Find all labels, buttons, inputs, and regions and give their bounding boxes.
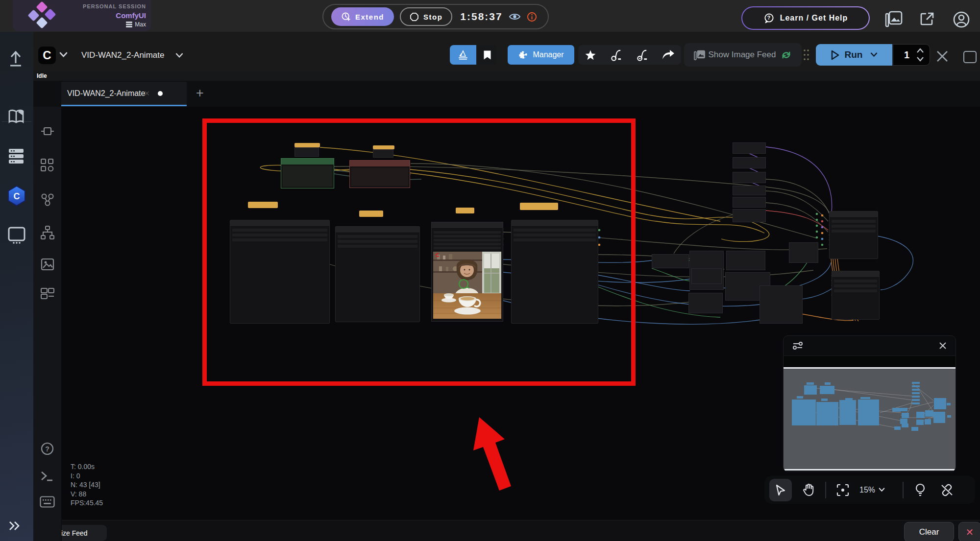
- cluster-node[interactable]: [652, 254, 689, 268]
- minimap-panel[interactable]: [783, 335, 956, 472]
- workflow-chevron-down-icon[interactable]: [175, 53, 183, 58]
- menu-chevron-down-icon[interactable]: [59, 52, 68, 58]
- pan-tool-button[interactable]: [799, 479, 818, 501]
- svg-text:?: ?: [767, 15, 770, 21]
- cluster-node[interactable]: [726, 251, 765, 270]
- zoom-level-dropdown[interactable]: 15%: [859, 486, 885, 494]
- run-button[interactable]: Run: [816, 44, 892, 66]
- logo-diamond-pink: [36, 1, 48, 13]
- workflows-tree-icon[interactable]: [40, 225, 55, 240]
- zoom-level-value: 15%: [859, 486, 875, 494]
- session-timer-pill: Extend Stop 1:58:37: [322, 4, 549, 29]
- annotation-rectangle: [202, 118, 636, 386]
- status-strip: Idle: [33, 71, 980, 81]
- canvas-toolbar: 15%: [764, 476, 975, 504]
- comfyui-menu-button[interactable]: C: [38, 47, 56, 64]
- lightbulb-icon: [915, 483, 926, 497]
- stop-render-icon[interactable]: [963, 51, 977, 63]
- server-icon: [126, 22, 132, 27]
- machines-icon[interactable]: [8, 148, 24, 164]
- toolbar-divider: [825, 482, 826, 498]
- status-label: Idle: [37, 72, 47, 79]
- star-icon[interactable]: [585, 49, 596, 61]
- stat-fps: FPS:45.45: [71, 498, 103, 508]
- session-type-label: PERSONAL SESSION: [83, 3, 146, 9]
- stat-time: T: 0.00s: [71, 462, 103, 471]
- batch-count-stepper[interactable]: 1: [893, 44, 930, 66]
- eye-icon[interactable]: [509, 12, 521, 21]
- close-feed-x-icon: ✕: [966, 526, 974, 538]
- workflow-node[interactable]: [829, 211, 878, 259]
- templates-layout-icon[interactable]: [40, 287, 55, 300]
- stop-button[interactable]: Stop: [400, 7, 452, 26]
- stepper-arrows-icon[interactable]: [916, 47, 924, 62]
- link-off-icon: [940, 483, 954, 497]
- workflow-node[interactable]: [832, 271, 880, 320]
- workflow-name-dropdown[interactable]: VID-WAN2_2-Animate: [81, 50, 164, 60]
- logo-diamond-purple: [44, 8, 56, 20]
- cluster-node[interactable]: [789, 242, 818, 263]
- workflow-actions-chip: [578, 45, 681, 65]
- share-icon[interactable]: [662, 49, 675, 60]
- keyboard-shortcuts-icon[interactable]: [40, 496, 55, 508]
- puzzle-icon: [518, 50, 528, 60]
- canvas-theme-button[interactable]: [450, 45, 476, 65]
- app-rail: C: [0, 32, 33, 541]
- minimap-viewport[interactable]: [784, 369, 956, 469]
- batch-count-value: 1: [904, 49, 909, 61]
- comfyui-hexagon-icon[interactable]: C: [7, 186, 26, 206]
- close-feed-button[interactable]: ✕: [958, 522, 980, 541]
- select-tool-button[interactable]: [769, 479, 792, 501]
- vacuum-clean-icon[interactable]: [610, 49, 622, 61]
- toggle-links-button[interactable]: [937, 479, 956, 501]
- stack-node[interactable]: [733, 197, 766, 208]
- new-tab-button[interactable]: +: [193, 86, 207, 101]
- fit-view-button[interactable]: [833, 479, 853, 501]
- minimap-close-icon[interactable]: [939, 342, 947, 350]
- account-icon[interactable]: [953, 11, 970, 28]
- stack-node[interactable]: [733, 172, 766, 183]
- expand-rail-icon[interactable]: [8, 520, 22, 531]
- vacuum-clean-all-icon[interactable]: [636, 49, 648, 61]
- toggle-theme-button[interactable]: [910, 479, 930, 501]
- terminal-icon[interactable]: [40, 470, 54, 482]
- minimap-graph: [784, 369, 954, 469]
- session-card: PERSONAL SESSION ComfyUI Max: [13, 0, 151, 31]
- canvas-side-rail: ?: [33, 71, 62, 541]
- stack-node[interactable]: [733, 157, 766, 168]
- tab-unsaved-dot: [158, 91, 163, 96]
- extend-button[interactable]: Extend: [331, 7, 394, 26]
- session-timer: 1:58:37: [460, 11, 502, 23]
- tab-close-icon[interactable]: ✕: [144, 89, 150, 98]
- show-image-feed-button[interactable]: Show Image Feed: [684, 43, 802, 67]
- learn-get-help-button[interactable]: ? Learn / Get Help: [741, 6, 870, 30]
- gallery-icon[interactable]: [885, 11, 903, 27]
- octagon-stop-icon: [410, 12, 419, 22]
- open-external-icon[interactable]: [919, 11, 935, 27]
- bookmark-button[interactable]: [477, 45, 497, 65]
- clear-feed-button[interactable]: Clear: [904, 522, 954, 541]
- stack-node[interactable]: [733, 142, 766, 154]
- custom-nodes-icon[interactable]: [40, 192, 55, 207]
- theme-mountain-icon: [457, 49, 469, 61]
- feed-refresh-icon: [781, 49, 792, 61]
- minimap-settings-icon[interactable]: [792, 341, 803, 351]
- model-library-icon[interactable]: [40, 158, 55, 173]
- desktop-app-icon[interactable]: [7, 227, 26, 244]
- image-feed-icon: [694, 49, 706, 60]
- help-bubble-icon: ?: [763, 13, 775, 24]
- help-icon[interactable]: ?: [41, 442, 54, 455]
- cluster-node[interactable]: [691, 268, 722, 284]
- manager-button[interactable]: Manager: [508, 45, 574, 65]
- outputs-gallery-icon[interactable]: [41, 258, 54, 271]
- upload-icon[interactable]: [8, 50, 24, 67]
- cluster-node[interactable]: [760, 285, 803, 324]
- tab-active-workflow[interactable]: VID-WAN2_2-Animate ✕: [61, 82, 187, 106]
- node-library-icon[interactable]: [41, 126, 54, 137]
- cluster-node[interactable]: [688, 293, 723, 313]
- cancel-run-icon[interactable]: [936, 50, 949, 63]
- stack-node[interactable]: [733, 186, 766, 195]
- stack-node[interactable]: [733, 209, 766, 222]
- session-warning-info-icon[interactable]: [527, 12, 537, 22]
- toolbar-drag-handle[interactable]: [803, 48, 810, 62]
